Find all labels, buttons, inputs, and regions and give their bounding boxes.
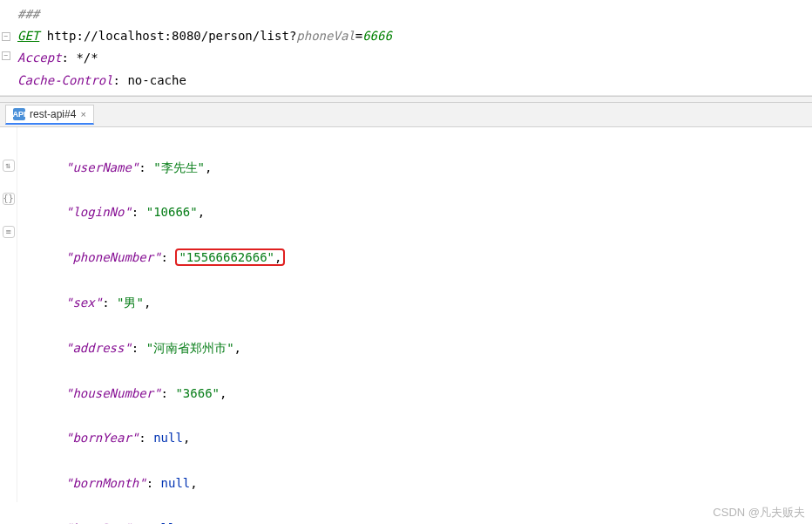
request-url: http://localhost:8080/person/list? <box>47 29 297 43</box>
tab-label: rest-api#4 <box>30 108 76 120</box>
response-body[interactable]: "userName": "李先生", "loginNo": "10666", "… <box>17 127 812 502</box>
response-tab-bar: API rest-api#4 × <box>0 103 812 127</box>
separator <box>0 96 812 103</box>
gutter-icon[interactable]: ≡ <box>3 226 15 238</box>
watermark: CSDN @凡夫贩夫 <box>713 505 805 521</box>
request-marker: ### <box>17 7 39 21</box>
api-icon: API <box>13 108 25 120</box>
request-editor[interactable]: ### GET http://localhost:8080/person/lis… <box>0 0 812 96</box>
close-icon[interactable]: × <box>80 109 85 119</box>
param-key: phoneVal <box>296 29 355 43</box>
fold-marker[interactable]: − <box>2 51 10 60</box>
fold-marker[interactable]: − <box>2 32 10 41</box>
gutter-icon[interactable]: {} <box>3 193 15 205</box>
http-method: GET <box>17 29 39 43</box>
tool-gutter: ⇅ {} ≡ <box>0 127 17 502</box>
header-key: Cache-Control <box>17 73 113 87</box>
gutter-icon[interactable]: ⇅ <box>3 160 15 172</box>
header-key: Accept <box>17 51 62 65</box>
tab-rest-api[interactable]: API rest-api#4 × <box>5 105 94 125</box>
highlighted-value: "15566662666", <box>175 248 285 266</box>
param-value: 6666 <box>362 29 392 43</box>
